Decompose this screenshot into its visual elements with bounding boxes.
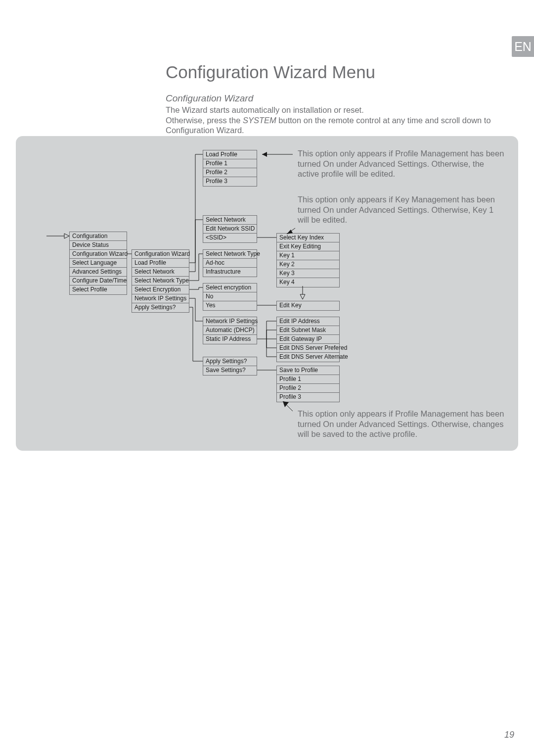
svg-marker-4: [262, 152, 267, 157]
svg-marker-1: [64, 234, 69, 238]
intro-line2a: Otherwise, press the: [166, 116, 243, 125]
diagram-panel: Configuration Device Status Configuratio…: [16, 136, 518, 451]
svg-marker-8: [300, 294, 305, 299]
intro-line1: The Wizard starts automatically on insta…: [166, 105, 364, 114]
page: EN Configuration Wizard Menu Configurati…: [0, 0, 534, 756]
intro-text: The Wizard starts automatically on insta…: [166, 105, 492, 136]
page-number: 19: [504, 730, 514, 740]
connector-lines: [16, 136, 518, 451]
language-tab: EN: [512, 36, 534, 57]
intro-system-word: SYSTEM: [243, 116, 276, 125]
section-subtitle: Configuration Wizard: [166, 93, 253, 104]
page-title: Configuration Wizard Menu: [166, 62, 375, 82]
